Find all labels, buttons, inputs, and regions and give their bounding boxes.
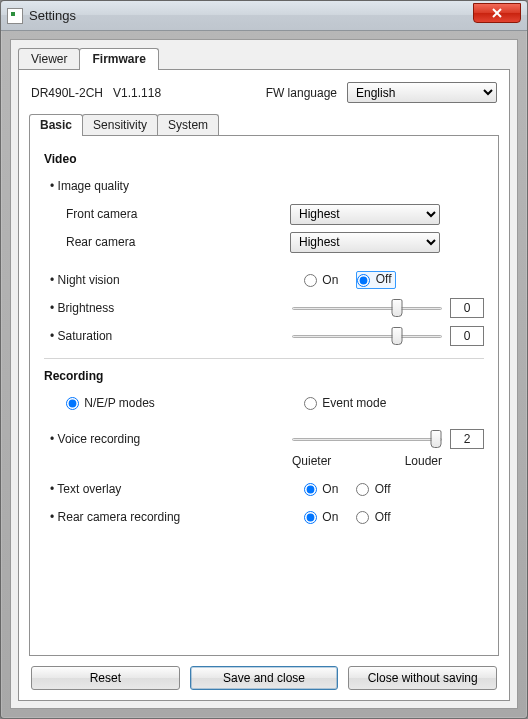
tabs-main: Viewer Firmware: [18, 47, 510, 69]
image-quality-label: Image quality: [44, 179, 304, 193]
saturation-value: 0: [450, 326, 484, 346]
voice-slider[interactable]: [292, 429, 442, 449]
text-overlay-off[interactable]: Off: [356, 482, 390, 496]
client-area: Viewer Firmware DR490L-2CH V1.1.118 FW l…: [10, 39, 518, 709]
fw-language-label: FW language: [266, 86, 337, 100]
rear-rec-off[interactable]: Off: [356, 510, 390, 524]
voice-scale: Quieter Louder: [292, 454, 442, 468]
footer-buttons: Reset Save and close Close without savin…: [29, 656, 499, 692]
front-camera-select[interactable]: Highest: [290, 204, 440, 225]
close-icon: [491, 8, 503, 18]
saturation-slider[interactable]: [292, 326, 442, 346]
front-camera-label: Front camera: [44, 207, 290, 221]
rear-camera-select[interactable]: Highest: [290, 232, 440, 253]
text-overlay-on[interactable]: On: [304, 482, 338, 496]
recording-heading: Recording: [44, 369, 484, 383]
close-without-saving-button[interactable]: Close without saving: [348, 666, 497, 690]
reset-button[interactable]: Reset: [31, 666, 180, 690]
window-close-button[interactable]: [473, 3, 521, 23]
voice-value: 2: [450, 429, 484, 449]
rear-camera-label: Rear camera: [44, 235, 290, 249]
night-vision-off[interactable]: Off: [356, 271, 395, 288]
night-vision-group: On Off: [304, 271, 484, 288]
brightness-slider[interactable]: [292, 298, 442, 318]
mode-event[interactable]: Event mode: [304, 396, 386, 410]
text-overlay-label: Text overlay: [44, 482, 304, 496]
settings-window: Settings Viewer Firmware DR490L-2CH V1.1…: [0, 0, 528, 719]
device-model: DR490L-2CH: [31, 86, 103, 100]
tab-sensitivity[interactable]: Sensitivity: [82, 114, 158, 135]
video-heading: Video: [44, 152, 484, 166]
panel-basic: Video Image quality Front camera Highest…: [29, 135, 499, 656]
panel-firmware: DR490L-2CH V1.1.118 FW language English …: [18, 69, 510, 701]
save-and-close-button[interactable]: Save and close: [190, 666, 339, 690]
tab-viewer[interactable]: Viewer: [18, 48, 80, 69]
rear-rec-label: Rear camera recording: [44, 510, 304, 524]
fw-language-select[interactable]: English: [347, 82, 497, 103]
tab-basic[interactable]: Basic: [29, 114, 83, 136]
recording-mode-group: N/E/P modes: [44, 396, 304, 410]
rear-rec-on[interactable]: On: [304, 510, 338, 524]
tab-firmware[interactable]: Firmware: [79, 48, 158, 70]
mode-nep[interactable]: N/E/P modes: [66, 396, 155, 410]
tab-system[interactable]: System: [157, 114, 219, 135]
night-vision-label: Night vision: [44, 273, 304, 287]
night-vision-on[interactable]: On: [304, 273, 338, 287]
brightness-label: Brightness: [44, 301, 284, 315]
device-version: V1.1.118: [113, 86, 161, 100]
voice-label: Voice recording: [44, 432, 284, 446]
app-icon: [7, 8, 23, 24]
window-title: Settings: [29, 8, 473, 23]
titlebar: Settings: [1, 1, 527, 31]
brightness-value: 0: [450, 298, 484, 318]
tabs-sub: Basic Sensitivity System: [29, 113, 499, 135]
saturation-label: Saturation: [44, 329, 284, 343]
